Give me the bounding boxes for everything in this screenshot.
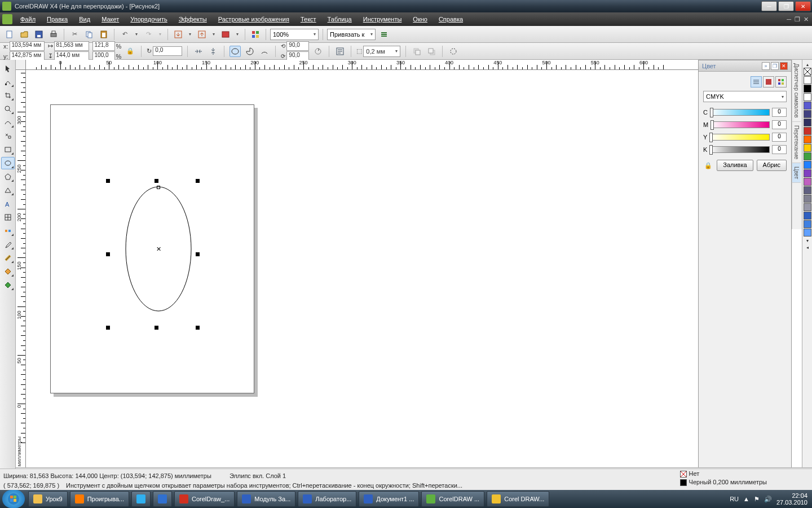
outline-tool[interactable] — [1, 252, 15, 264]
menu-window[interactable]: Окно — [407, 16, 433, 23]
redo-dropdown[interactable]: ▾ — [157, 28, 164, 41]
pick-tool[interactable] — [1, 62, 15, 75]
maximize-button[interactable]: ❐ — [778, 1, 794, 11]
menu-bitmaps[interactable]: Растровые изображения — [213, 16, 295, 23]
lock-fill-button[interactable]: 🔒 — [703, 160, 713, 171]
text-tool[interactable]: A — [1, 198, 15, 210]
freehand-tool[interactable] — [1, 116, 15, 129]
mdi-close-icon[interactable]: ✕ — [804, 16, 809, 23]
color-swatch[interactable] — [804, 85, 811, 93]
color-swatch[interactable] — [804, 76, 811, 84]
menu-tools[interactable]: Инструменты — [358, 16, 408, 23]
cyan-slider[interactable] — [710, 109, 770, 116]
lang-indicator[interactable]: RU — [730, 496, 739, 502]
color-swatch[interactable] — [804, 135, 811, 143]
mirror-v-button[interactable] — [208, 46, 219, 57]
eyedropper-tool[interactable] — [1, 238, 15, 251]
task-item[interactable]: CorelDRAW ... — [421, 491, 484, 507]
app-launcher-button[interactable] — [249, 28, 262, 41]
status-fill[interactable]: Нет — [680, 470, 700, 478]
magenta-slider[interactable] — [710, 121, 770, 128]
color-swatch[interactable] — [804, 195, 811, 203]
color-swatch[interactable] — [804, 178, 811, 186]
yellow-slider[interactable] — [709, 134, 770, 141]
polygon-tool[interactable] — [1, 170, 15, 183]
outline-width-combo[interactable]: 0,2 мм▾ — [363, 46, 400, 57]
color-swatch[interactable] — [804, 186, 811, 194]
sliders-view-button[interactable] — [751, 76, 762, 87]
tray-icon[interactable]: ⚑ — [754, 496, 760, 503]
palette-view-button[interactable] — [775, 76, 787, 87]
color-swatch[interactable] — [804, 220, 811, 228]
volume-icon[interactable]: 🔊 — [764, 496, 772, 503]
mirror-h-button[interactable] — [193, 46, 204, 57]
menu-arrange[interactable]: Упорядочить — [125, 16, 173, 23]
task-item[interactable]: Документ1 ... — [359, 491, 419, 507]
system-tray[interactable]: RU ▲ ⚑ 🔊 22:0427.03.2010 — [725, 492, 812, 506]
table-tool[interactable] — [1, 211, 15, 224]
task-item[interactable]: Corel DRAW... — [487, 491, 549, 507]
menu-effects[interactable]: Эффекты — [173, 16, 213, 23]
menu-help[interactable]: Справка — [433, 16, 469, 23]
yellow-value[interactable]: 0 — [772, 133, 787, 142]
magenta-value[interactable]: 0 — [772, 120, 787, 129]
color-swatch[interactable] — [804, 110, 811, 118]
black-value[interactable]: 0 — [772, 145, 787, 154]
export-button[interactable] — [196, 28, 208, 41]
color-swatch[interactable] — [804, 102, 811, 110]
canvas[interactable]: миллиметры 05010015020025030035040045050… — [16, 60, 812, 468]
color-swatch[interactable] — [804, 119, 811, 126]
ellipse-tool[interactable] — [1, 157, 15, 169]
menu-view[interactable]: Вид — [73, 16, 96, 23]
close-button[interactable]: ✕ — [795, 1, 811, 11]
arc-start-input[interactable]: 90,0 — [286, 41, 309, 51]
task-item[interactable] — [153, 491, 172, 507]
rectangle-tool[interactable] — [1, 143, 15, 156]
to-front-button[interactable] — [411, 46, 422, 57]
docker-tab-color[interactable]: Цвет — [792, 163, 801, 183]
ruler-vertical[interactable]: миллиметры 050100150200250300 — [16, 70, 26, 468]
open-button[interactable] — [18, 28, 30, 41]
color-swatch[interactable] — [804, 169, 811, 177]
minimize-button[interactable]: ─ — [761, 1, 777, 11]
paste-button[interactable] — [98, 28, 110, 41]
interactive-tool[interactable] — [1, 225, 15, 237]
no-color-swatch[interactable] — [804, 68, 811, 76]
palette-more-button[interactable]: ◂ — [804, 244, 811, 251]
task-item[interactable]: Проигрыва... — [70, 491, 129, 507]
docker-tab-symbols[interactable]: Диспетчер символов — [792, 60, 801, 122]
clock[interactable]: 22:0427.03.2010 — [776, 492, 807, 506]
cut-button[interactable]: ✂ — [68, 28, 81, 41]
zoom-combo[interactable]: 100%▾ — [270, 29, 319, 40]
convert-curves-button[interactable] — [448, 46, 459, 57]
wrap-text-button[interactable] — [334, 46, 346, 57]
arc-mode-button[interactable] — [259, 46, 270, 57]
new-button[interactable] — [3, 28, 16, 41]
tray-icon[interactable]: ▲ — [743, 496, 749, 502]
status-outline[interactable]: Черный 0,200 миллиметры — [680, 479, 767, 486]
color-swatch[interactable] — [804, 127, 811, 135]
arc-direction-button[interactable] — [312, 46, 324, 57]
apply-fill-button[interactable]: Заливка — [717, 160, 753, 171]
fill-tool[interactable] — [1, 265, 15, 278]
rotation-input[interactable]: 0,0 — [153, 46, 182, 56]
black-slider[interactable] — [709, 146, 770, 153]
task-item[interactable] — [131, 491, 151, 507]
copy-button[interactable] — [83, 28, 95, 41]
docker-close-button[interactable]: ✕ — [780, 62, 788, 70]
menu-file[interactable]: Файл — [15, 16, 41, 23]
pos-x-input[interactable]: 103,594 мм — [10, 41, 45, 51]
menu-layout[interactable]: Макет — [96, 16, 125, 23]
color-swatch[interactable] — [804, 212, 811, 220]
start-button[interactable] — [2, 490, 25, 508]
menu-table[interactable]: Таблица — [322, 16, 358, 23]
ellipse-mode-button[interactable] — [230, 46, 241, 57]
undo-dropdown[interactable]: ▾ — [133, 28, 140, 41]
smart-draw-tool[interactable] — [1, 130, 15, 142]
docker-tab-blend[interactable]: Перетекание — [792, 122, 801, 163]
to-back-button[interactable] — [426, 46, 437, 57]
zoom-tool[interactable] — [1, 103, 15, 115]
task-item[interactable]: Лаборатор... — [298, 491, 356, 507]
apply-outline-button[interactable]: Абрис — [757, 160, 787, 171]
color-swatch[interactable] — [804, 203, 811, 211]
